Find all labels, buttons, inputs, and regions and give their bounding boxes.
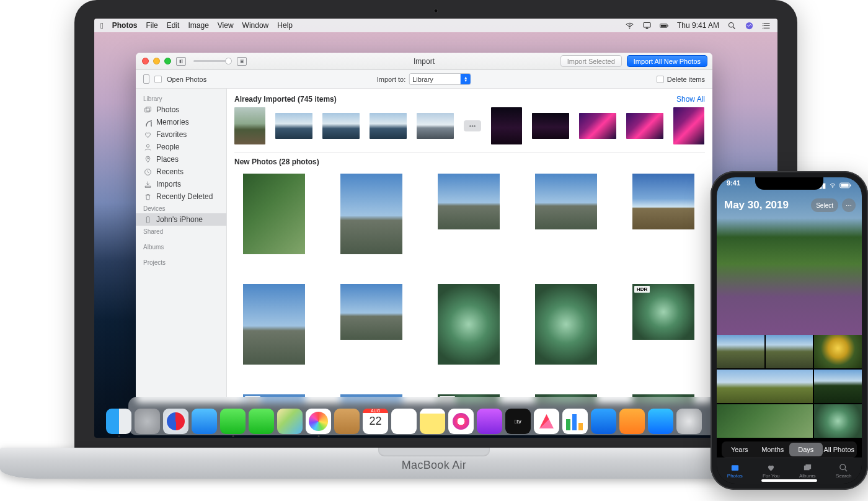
thumbnail[interactable] xyxy=(234,107,265,144)
sidebar-item-photos[interactable]: Photos xyxy=(136,104,226,116)
window-titlebar[interactable]: ◧ ▣ Import Import Selected Import All Ne… xyxy=(136,53,712,70)
dock-notes[interactable] xyxy=(420,409,445,434)
sidebar-toggle-icon[interactable]: ◧ xyxy=(176,57,186,66)
tab-search[interactable]: Search xyxy=(826,458,862,484)
thumbnail[interactable] xyxy=(632,174,694,229)
time-segment-control[interactable]: Years Months Days All Photos xyxy=(722,441,857,458)
sidebar-item-favorites[interactable]: Favorites xyxy=(136,128,226,141)
thumbnail[interactable] xyxy=(766,335,813,368)
dock-appstore[interactable] xyxy=(648,409,673,434)
thumbnail[interactable] xyxy=(340,284,402,340)
menu-help[interactable]: Help xyxy=(277,21,293,30)
spotlight-icon[interactable] xyxy=(727,20,737,30)
window-minimize-button[interactable] xyxy=(153,58,160,64)
thumbnail[interactable] xyxy=(275,113,312,139)
airplay-icon[interactable] xyxy=(642,20,652,30)
home-indicator[interactable] xyxy=(761,479,817,482)
tab-photos[interactable]: Photos xyxy=(717,458,753,484)
dock-maps[interactable] xyxy=(277,409,303,434)
thumbnail[interactable] xyxy=(814,404,862,438)
sidebar-item-places[interactable]: Places xyxy=(136,153,226,166)
more-button[interactable]: ⋯ xyxy=(842,198,856,212)
menubar-clock[interactable]: Thu 9:41 AM xyxy=(677,21,719,30)
dock-tv[interactable]: tv xyxy=(505,409,531,434)
thumbnail[interactable] xyxy=(243,174,305,254)
dock-facetime[interactable] xyxy=(249,409,274,434)
segment-months[interactable]: Months xyxy=(756,443,790,456)
menu-file[interactable]: File xyxy=(146,21,157,30)
dock-contacts[interactable] xyxy=(334,409,360,434)
segment-all-photos[interactable]: All Photos xyxy=(823,443,856,456)
dock-music[interactable] xyxy=(448,409,474,434)
thumbnail[interactable] xyxy=(535,174,597,229)
wifi-icon[interactable] xyxy=(625,20,635,30)
sidebar-header-projects[interactable]: Projects xyxy=(136,257,226,267)
siri-icon[interactable] xyxy=(744,20,754,30)
dock-launchpad[interactable] xyxy=(135,409,160,434)
thumbnail[interactable] xyxy=(370,113,407,139)
dock-safari[interactable] xyxy=(163,409,188,434)
window-zoom-button[interactable] xyxy=(164,58,171,64)
sidebar-item-people[interactable]: People xyxy=(136,141,226,153)
thumbnail[interactable] xyxy=(532,113,569,139)
sidebar-item-memories[interactable]: Memories xyxy=(136,116,226,128)
battery-icon[interactable] xyxy=(660,20,670,30)
show-all-link[interactable]: Show All xyxy=(676,95,705,104)
thumbnail[interactable] xyxy=(626,113,663,139)
window-close-button[interactable] xyxy=(142,58,149,64)
sidebar-item-recents[interactable]: Recents xyxy=(136,166,226,178)
dock-finder[interactable] xyxy=(106,409,131,434)
aspect-toggle-icon[interactable]: ▣ xyxy=(237,57,247,66)
dock-calendar[interactable]: AUG 22 xyxy=(363,409,388,434)
thumbnail[interactable] xyxy=(340,174,402,254)
dock-photos[interactable] xyxy=(306,409,331,434)
dock-reminders[interactable] xyxy=(391,409,417,434)
thumbnail[interactable] xyxy=(717,370,813,403)
segment-days[interactable]: Days xyxy=(789,443,823,456)
thumbnail[interactable] xyxy=(322,113,360,139)
thumbnail[interactable] xyxy=(243,284,305,365)
sidebar-header-albums[interactable]: Albums xyxy=(136,241,226,252)
dock-podcasts[interactable] xyxy=(477,409,502,434)
thumbnail[interactable] xyxy=(579,113,616,139)
import-to-select[interactable]: Library ▲▼ xyxy=(409,73,471,85)
open-photos-checkbox[interactable] xyxy=(154,76,162,83)
thumbnail[interactable] xyxy=(673,107,704,144)
thumbnail[interactable] xyxy=(717,404,813,438)
thumbnail[interactable] xyxy=(717,335,764,368)
dock-news[interactable] xyxy=(534,409,559,434)
sidebar-item-johns-iphone[interactable]: John's iPhone xyxy=(136,213,226,226)
iphone-hero-photo[interactable]: May 30, 2019 Select ⋯ xyxy=(717,177,862,335)
thumbnail[interactable] xyxy=(438,174,500,229)
sidebar-item-recently-deleted[interactable]: Recently Deleted xyxy=(136,190,226,203)
delete-items-checkbox[interactable] xyxy=(657,76,664,83)
menu-view[interactable]: View xyxy=(218,21,234,30)
apple-menu-icon[interactable]:  xyxy=(100,21,104,30)
select-button[interactable]: Select xyxy=(811,198,838,212)
dock-mail[interactable] xyxy=(192,409,217,434)
menu-image[interactable]: Image xyxy=(188,21,208,30)
sidebar-header-shared[interactable]: Shared xyxy=(136,226,226,236)
thumbnail[interactable] xyxy=(814,370,862,403)
menu-edit[interactable]: Edit xyxy=(167,21,180,30)
thumbnail[interactable] xyxy=(814,335,862,368)
thumbnail-zoom-slider[interactable] xyxy=(193,60,229,62)
dock-keynote[interactable] xyxy=(591,409,616,434)
dock-messages[interactable] xyxy=(220,409,246,434)
sidebar-item-imports[interactable]: Imports xyxy=(136,178,226,190)
menu-window[interactable]: Window xyxy=(242,21,269,30)
thumbnail[interactable] xyxy=(417,113,454,139)
segment-years[interactable]: Years xyxy=(723,443,756,456)
import-selected-button[interactable]: Import Selected xyxy=(560,55,622,67)
thumbnail[interactable] xyxy=(535,284,597,365)
thumbnail[interactable] xyxy=(438,284,500,365)
dock-settings[interactable] xyxy=(676,409,702,434)
dock-pages[interactable] xyxy=(619,409,645,434)
sidebar-list-icon[interactable] xyxy=(761,20,771,30)
thumbnail[interactable]: HDR xyxy=(632,284,694,340)
svg-rect-10 xyxy=(144,108,149,112)
import-all-button[interactable]: Import All New Photos xyxy=(627,55,707,67)
menubar-app-name[interactable]: Photos xyxy=(112,21,138,30)
dock-numbers[interactable] xyxy=(562,409,588,434)
thumbnail[interactable] xyxy=(491,107,522,144)
